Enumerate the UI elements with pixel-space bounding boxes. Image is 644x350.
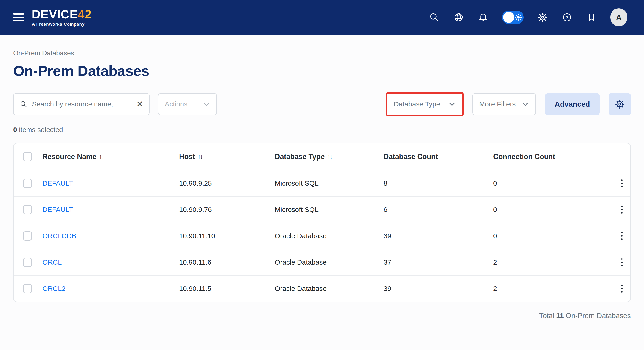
total-count: 11 [556, 312, 564, 320]
gear-icon [614, 99, 625, 109]
selection-label: items selected [17, 126, 63, 133]
notifications-bell-icon[interactable] [478, 12, 489, 23]
sun-icon [514, 13, 522, 21]
bookmark-icon[interactable] [586, 12, 597, 23]
row-actions-menu[interactable] [619, 231, 625, 241]
globe-icon[interactable] [453, 12, 464, 23]
database-type-label: Database Type [394, 100, 440, 108]
database-count-cell: 39 [384, 232, 493, 240]
table-row: DEFAULT 10.90.9.76 Microsoft SQL 6 0 [14, 196, 630, 223]
actions-dropdown[interactable]: Actions [158, 93, 217, 115]
database-type-cell: Oracle Database [275, 258, 384, 266]
host-cell: 10.90.11.5 [179, 285, 275, 292]
sort-icon[interactable]: ↑↓ [99, 153, 104, 160]
brand-wordmark: DEVICE42 [32, 8, 92, 20]
row-checkbox[interactable] [23, 231, 32, 241]
host-cell: 10.90.11.6 [179, 258, 275, 266]
page-title: On-Prem Databases [13, 63, 631, 79]
column-header-connection-count: Connection Count [493, 153, 609, 161]
table-total: Total 11 On-Prem Databases [13, 312, 631, 320]
hamburger-menu-icon[interactable] [13, 13, 24, 22]
chevron-down-icon [522, 100, 529, 108]
help-icon[interactable]: ? [562, 12, 572, 23]
database-count-cell: 8 [384, 180, 493, 187]
connection-count-cell: 2 [493, 258, 609, 266]
sort-icon[interactable]: ↑↓ [198, 153, 202, 160]
database-type-cell: Microsoft SQL [275, 180, 384, 187]
host-cell: 10.90.9.25 [179, 180, 275, 187]
column-header-resource-name[interactable]: Resource Name↑↓ [42, 153, 179, 161]
navbar-icon-group: ? A [429, 8, 628, 26]
column-header-database-type[interactable]: Database Type↑↓ [275, 153, 384, 161]
database-type-cell: Oracle Database [275, 285, 384, 292]
brand-logo[interactable]: DEVICE42 A Freshworks Company [32, 8, 92, 26]
clear-search-icon[interactable]: ✕ [134, 100, 143, 108]
databases-table: Resource Name↑↓ Host↑↓ Database Type↑↓ D… [13, 143, 631, 302]
gear-icon[interactable] [537, 12, 548, 23]
toolbar: ✕ Actions Database Type More Filters [13, 92, 631, 116]
resource-name-link[interactable]: DEFAULT [42, 180, 179, 187]
connection-count-cell: 0 [493, 232, 609, 240]
brand-name: DEVICE [32, 8, 78, 21]
connection-count-cell: 2 [493, 285, 609, 292]
database-count-cell: 39 [384, 285, 493, 292]
search-input-icon [20, 100, 28, 108]
sort-icon[interactable]: ↑↓ [328, 153, 332, 160]
chevron-down-icon [448, 100, 456, 108]
database-count-cell: 37 [384, 258, 493, 266]
column-header-database-count: Database Count [384, 153, 493, 161]
database-type-dropdown[interactable]: Database Type [387, 93, 462, 115]
advanced-button[interactable]: Advanced [545, 93, 600, 115]
database-type-cell: Microsoft SQL [275, 206, 384, 214]
row-checkbox[interactable] [23, 205, 32, 214]
selection-summary: 0 items selected [13, 126, 631, 134]
search-input[interactable] [32, 100, 134, 108]
theme-toggle[interactable] [502, 11, 524, 24]
table-row: ORCL2 10.90.11.5 Oracle Database 39 2 [14, 275, 630, 301]
row-checkbox[interactable] [23, 284, 32, 293]
resource-name-link[interactable]: ORCL [42, 258, 179, 266]
row-actions-menu[interactable] [619, 178, 625, 189]
breadcrumb[interactable]: On-Prem Databases [13, 49, 631, 57]
avatar[interactable]: A [610, 8, 628, 26]
brand-42: 42 [78, 8, 92, 21]
resource-name-link[interactable]: ORCLCDB [42, 232, 179, 240]
main-content: On-Prem Databases On-Prem Databases ✕ Ac… [0, 49, 644, 320]
selection-count: 0 [13, 126, 17, 133]
table-settings-button[interactable] [609, 93, 631, 115]
resource-name-link[interactable]: DEFAULT [42, 206, 179, 214]
svg-text:?: ? [566, 15, 568, 20]
row-actions-menu[interactable] [619, 204, 625, 215]
search-icon[interactable] [429, 12, 440, 23]
row-actions-menu[interactable] [619, 257, 625, 268]
connection-count-cell: 0 [493, 206, 609, 214]
table-row: ORCLCDB 10.90.11.10 Oracle Database 39 0 [14, 223, 630, 249]
chevron-down-icon [203, 101, 210, 108]
database-count-cell: 6 [384, 206, 493, 214]
table-row: ORCL 10.90.11.6 Oracle Database 37 2 [14, 249, 630, 275]
host-cell: 10.90.11.10 [179, 232, 275, 240]
select-all-checkbox[interactable] [23, 152, 32, 161]
more-filters-dropdown[interactable]: More Filters [472, 93, 536, 115]
database-type-highlight-box: Database Type [386, 92, 464, 116]
row-checkbox[interactable] [23, 179, 32, 188]
advanced-label: Advanced [555, 100, 590, 108]
column-header-host[interactable]: Host↑↓ [179, 153, 275, 161]
filter-group: Database Type More Filters Advanced [386, 92, 631, 116]
top-navbar: DEVICE42 A Freshworks Company [0, 0, 644, 35]
brand-tagline: A Freshworks Company [32, 22, 92, 26]
more-filters-label: More Filters [479, 100, 516, 108]
actions-label: Actions [165, 100, 188, 108]
connection-count-cell: 0 [493, 180, 609, 187]
search-box: ✕ [13, 93, 150, 115]
row-checkbox[interactable] [23, 258, 32, 267]
row-actions-menu[interactable] [619, 283, 625, 294]
host-cell: 10.90.9.76 [179, 206, 275, 214]
table-row: DEFAULT 10.90.9.25 Microsoft SQL 8 0 [14, 170, 630, 196]
toggle-knob [503, 12, 514, 23]
database-type-cell: Oracle Database [275, 232, 384, 240]
avatar-initial: A [616, 13, 622, 22]
resource-name-link[interactable]: ORCL2 [42, 285, 179, 292]
table-header-row: Resource Name↑↓ Host↑↓ Database Type↑↓ D… [14, 143, 630, 170]
